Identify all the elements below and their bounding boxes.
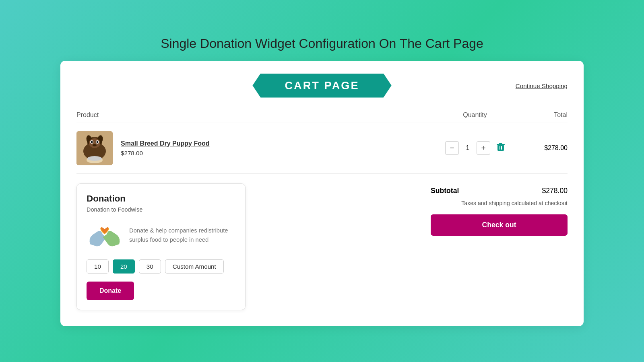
svg-rect-14	[500, 146, 500, 150]
subtotal-label: Subtotal	[431, 187, 459, 195]
svg-point-12	[87, 156, 102, 161]
amount-button-30[interactable]: 30	[139, 259, 161, 274]
subtotal-value: $278.00	[542, 187, 568, 195]
amount-button-custom[interactable]: Custom Amount	[165, 259, 224, 274]
donation-icon	[87, 219, 123, 251]
summary-section: Subtotal $278.00 Taxes and shipping calc…	[262, 183, 568, 236]
amount-buttons: 10 20 30 Custom Amount	[87, 259, 235, 274]
svg-point-8	[91, 141, 93, 143]
quantity-value: 1	[462, 144, 473, 152]
product-price: $278.00	[121, 150, 209, 156]
product-total: $278.00	[511, 144, 568, 152]
svg-point-5	[89, 138, 100, 148]
svg-rect-15	[501, 146, 502, 150]
donation-widget: Donation Donation to Foodwise Donate & h…	[76, 183, 246, 310]
donation-description: Donate & help companies redistribute sur…	[129, 226, 235, 244]
product-image	[76, 131, 113, 165]
product-info: Small Breed Dry Puppy Food $278.00	[76, 131, 439, 165]
donate-button[interactable]: Donate	[87, 282, 134, 300]
col-header-product: Product	[76, 111, 439, 119]
continue-shopping-link[interactable]: Continue Shopping	[516, 82, 568, 89]
table-header: Product Quantity Total	[76, 107, 568, 123]
tax-note: Taxes and shipping calculated at checkou…	[431, 200, 568, 206]
product-details: Small Breed Dry Puppy Food $278.00	[121, 140, 209, 156]
col-header-total: Total	[511, 111, 568, 119]
delete-button[interactable]	[497, 143, 505, 154]
table-row: Small Breed Dry Puppy Food $278.00 − 1 +…	[76, 123, 568, 174]
quantity-decrease-button[interactable]: −	[445, 141, 459, 155]
page-title: Single Donation Widget Configuration On …	[161, 36, 483, 51]
amount-button-10[interactable]: 10	[87, 259, 109, 274]
svg-rect-17	[499, 143, 502, 144]
donation-title: Donation	[87, 193, 235, 204]
quantity-control: − 1 +	[439, 141, 511, 155]
col-header-quantity: Quantity	[439, 111, 511, 119]
main-card: CART PAGE Continue Shopping Product Quan…	[60, 61, 584, 326]
checkout-button[interactable]: Check out	[431, 214, 568, 236]
cart-header: CART PAGE Continue Shopping	[76, 74, 568, 98]
donation-desc-row: Donate & help companies redistribute sur…	[87, 219, 235, 251]
svg-rect-13	[497, 145, 504, 151]
bottom-section: Donation Donation to Foodwise Donate & h…	[76, 183, 568, 310]
cart-banner: CART PAGE	[252, 74, 391, 98]
svg-point-10	[93, 144, 97, 146]
svg-rect-16	[497, 144, 505, 145]
product-name[interactable]: Small Breed Dry Puppy Food	[121, 140, 209, 147]
svg-point-9	[97, 141, 99, 143]
quantity-increase-button[interactable]: +	[477, 141, 490, 155]
donation-subtitle: Donation to Foodwise	[87, 206, 235, 213]
subtotal-row: Subtotal $278.00	[431, 187, 568, 195]
amount-button-20[interactable]: 20	[113, 259, 135, 274]
